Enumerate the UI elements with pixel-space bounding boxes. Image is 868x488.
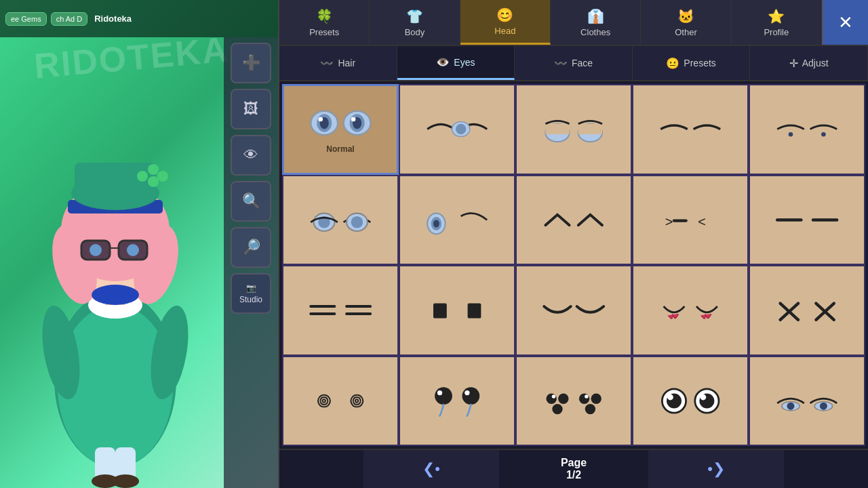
svg-point-82 bbox=[700, 394, 706, 400]
tab-body-label: Body bbox=[405, 27, 425, 37]
svg-point-16 bbox=[148, 176, 159, 187]
sub-tab-adjust[interactable]: ✛ Adjust bbox=[750, 46, 868, 80]
svg-point-21 bbox=[90, 244, 102, 256]
eye-cell-spiral[interactable] bbox=[282, 356, 399, 447]
svg-point-15 bbox=[148, 164, 159, 175]
eye-cell-angry[interactable]: > < bbox=[632, 175, 749, 266]
eye-tool-button[interactable]: 👁 bbox=[231, 135, 271, 176]
sub-tab-hair[interactable]: 〰️ Hair bbox=[279, 46, 397, 80]
page-current: 1/2 bbox=[566, 469, 581, 481]
eye-cell-sleepy2[interactable] bbox=[749, 356, 865, 447]
top-bar-left: ee Gems ch Ad D Ridoteka bbox=[0, 0, 278, 37]
gems-button[interactable]: ee Gems bbox=[5, 12, 47, 26]
eye-grid: Normal bbox=[279, 81, 868, 449]
sub-tab-face-label: Face bbox=[572, 58, 593, 68]
svg-point-43 bbox=[821, 132, 826, 137]
sub-tab-presets-label: Presets bbox=[684, 58, 715, 68]
page-text: Page bbox=[561, 457, 587, 468]
svg-point-86 bbox=[820, 402, 827, 409]
sub-nav: 〰️ Hair 👁️ Eyes 〰️ Face 😐 Presets ✛ Adju… bbox=[279, 46, 868, 81]
top-nav: 🍀 Presets 👕 Body 😊 Head 👔 Clothes 🐱 Othe… bbox=[279, 0, 868, 46]
eye-cell-dash[interactable] bbox=[749, 175, 865, 266]
sub-tab-eyes-label: Eyes bbox=[454, 57, 475, 68]
next-page-button[interactable]: •❯ bbox=[648, 450, 784, 488]
eye-cell-side[interactable] bbox=[399, 175, 515, 266]
prev-page-button[interactable]: ❮• bbox=[363, 450, 499, 488]
svg-text:<: < bbox=[698, 214, 706, 229]
tab-clothes[interactable]: 👔 Clothes bbox=[551, 0, 641, 45]
tab-head[interactable]: 😊 Head bbox=[460, 0, 551, 45]
svg-point-50 bbox=[433, 220, 439, 227]
eye-cell-circle[interactable] bbox=[632, 356, 749, 447]
adjust-icon: ✛ bbox=[789, 57, 798, 70]
eye-cell-equal[interactable] bbox=[282, 265, 399, 356]
svg-point-17 bbox=[157, 171, 168, 182]
svg-rect-39 bbox=[545, 124, 569, 134]
svg-point-66 bbox=[437, 390, 442, 395]
presets-icon: 🍀 bbox=[316, 8, 333, 24]
svg-rect-41 bbox=[578, 124, 602, 134]
close-button[interactable]: ✕ bbox=[822, 0, 868, 45]
camera-icon: 📷 bbox=[246, 283, 256, 293]
body-icon: 👕 bbox=[406, 8, 423, 24]
eyes-icon: 👁️ bbox=[436, 56, 450, 68]
eye-cell-tongue[interactable] bbox=[632, 265, 749, 356]
svg-point-76 bbox=[585, 394, 589, 399]
tab-presets[interactable]: 🍀 Presets bbox=[279, 0, 370, 45]
image-tool-button[interactable]: 🖼 bbox=[231, 89, 271, 129]
sub-tab-face[interactable]: 〰️ Face bbox=[515, 46, 633, 80]
normal-label: Normal bbox=[326, 144, 354, 154]
ad-button[interactable]: ch Ad D bbox=[51, 12, 88, 26]
tab-profile-label: Profile bbox=[764, 27, 789, 37]
zoom-out-button[interactable]: 🔎 bbox=[231, 227, 271, 268]
studio-button[interactable]: 📷 Studio bbox=[231, 273, 271, 314]
main-panel: 🍀 Presets 👕 Body 😊 Head 👔 Clothes 🐱 Othe… bbox=[278, 0, 868, 488]
hair-icon: 〰️ bbox=[320, 57, 334, 70]
tab-profile[interactable]: ⭐ Profile bbox=[732, 0, 822, 45]
add-tool-button[interactable]: ➕ bbox=[231, 43, 271, 83]
tab-presets-label: Presets bbox=[309, 27, 339, 37]
head-icon: 😊 bbox=[496, 7, 513, 23]
svg-point-85 bbox=[787, 402, 794, 409]
svg-rect-60 bbox=[467, 304, 481, 319]
eye-cell-dots2[interactable] bbox=[749, 84, 865, 175]
svg-rect-59 bbox=[433, 304, 447, 319]
eye-cell-caret[interactable] bbox=[515, 175, 632, 266]
eye-cell-rect[interactable] bbox=[399, 265, 515, 356]
svg-point-71 bbox=[552, 404, 562, 414]
tab-body[interactable]: 👕 Body bbox=[370, 0, 460, 45]
sub-tab-hair-label: Hair bbox=[338, 58, 355, 68]
sub-tab-adjust-label: Adjust bbox=[802, 58, 829, 68]
eye-cell-normal[interactable]: Normal bbox=[282, 84, 399, 175]
profile-icon: ⭐ bbox=[768, 8, 785, 24]
svg-point-37 bbox=[456, 124, 466, 134]
clothes-icon: 👔 bbox=[587, 8, 604, 24]
other-icon: 🐱 bbox=[677, 8, 694, 24]
svg-point-73 bbox=[591, 393, 601, 403]
svg-point-42 bbox=[788, 132, 793, 137]
next-icon: •❯ bbox=[707, 460, 725, 478]
face-icon: 〰️ bbox=[554, 57, 568, 70]
tab-other[interactable]: 🐱 Other bbox=[641, 0, 731, 45]
tab-head-label: Head bbox=[494, 26, 515, 36]
eye-cell-cross[interactable] bbox=[749, 265, 865, 356]
svg-point-65 bbox=[435, 387, 452, 405]
sub-tab-presets[interactable]: 😐 Presets bbox=[633, 46, 751, 80]
svg-point-35 bbox=[351, 117, 355, 122]
eye-cell-tri[interactable] bbox=[515, 356, 632, 447]
eye-cell-cry[interactable] bbox=[399, 356, 515, 447]
eye-cell-drop[interactable] bbox=[282, 175, 399, 266]
sidebar-tools: ➕ 🖼 👁 🔍 🔎 📷 Studio bbox=[224, 37, 278, 488]
eye-cell-half[interactable] bbox=[515, 84, 632, 175]
tab-clothes-label: Clothes bbox=[580, 27, 610, 37]
svg-text:>: > bbox=[665, 214, 673, 229]
svg-point-69 bbox=[546, 393, 556, 403]
eye-cell-sleepy[interactable] bbox=[399, 84, 515, 175]
sub-tab-eyes[interactable]: 👁️ Eyes bbox=[397, 46, 515, 80]
zoom-in-button[interactable]: 🔍 bbox=[231, 181, 271, 222]
eye-cell-uwu[interactable] bbox=[515, 265, 632, 356]
svg-point-74 bbox=[585, 404, 595, 414]
eye-cell-line[interactable] bbox=[632, 84, 749, 175]
character-area: ee Gems ch Ad D Ridoteka RIDOTEKA bbox=[0, 0, 278, 488]
prev-icon: ❮• bbox=[422, 460, 440, 478]
